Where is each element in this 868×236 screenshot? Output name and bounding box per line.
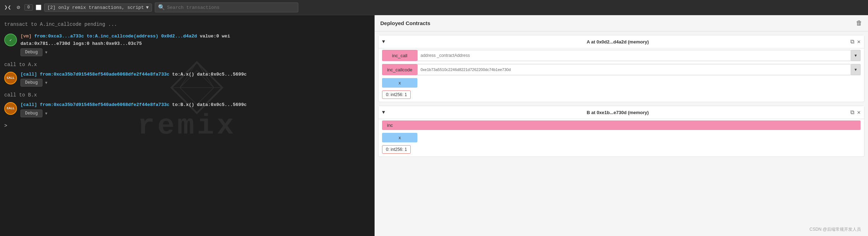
fn-result-a: 0: int256: 1: [379, 89, 864, 102]
contracts-title: Deployed Contracts: [380, 20, 430, 26]
x-button-a[interactable]: x: [382, 78, 417, 88]
tx-tag-call-1: [call]: [20, 72, 37, 77]
debug-button-2[interactable]: Debug: [20, 79, 42, 87]
toolbar: ❯❮ ⊘ 0 [2] only remix transactions, scri…: [0, 0, 868, 15]
fn-row-x-a: x: [379, 77, 864, 89]
tx-to-label: to:A.inc_callcode(address) 0x0d2...d4a2d: [87, 34, 197, 39]
contract-a-name: A at 0x0d2...d4a2d (memory): [388, 39, 848, 45]
inc-callcode-button[interactable]: inc_callcode: [382, 64, 417, 75]
search-bar: 🔍: [155, 2, 298, 12]
tx-value: value:0 wei: [200, 34, 230, 39]
inc-callcode-input[interactable]: [417, 64, 851, 75]
select-all-checkbox[interactable]: [36, 5, 41, 10]
fn-row-x-b: x: [379, 131, 864, 144]
tx-body-1: [vm] from:0xca3...a733c to:A.inc_callcod…: [20, 33, 370, 56]
tx-body-2: [call] from:0xca35b7d915458ef540ade6068d…: [20, 71, 370, 87]
contracts-panel: Deployed Contracts 🗑 ▼ A at 0x0d2...d4a2…: [375, 15, 868, 236]
search-icon: 🔍: [158, 4, 165, 11]
tx-content: transact to A.inc_callcode pending ... ✓…: [0, 15, 374, 134]
tx-tag-vm: [vm]: [20, 34, 31, 39]
prompt-line[interactable]: >: [4, 120, 370, 131]
trash-icon[interactable]: 🗑: [856, 19, 862, 27]
copy-icon-b[interactable]: ⧉: [850, 109, 854, 116]
tx-line-2: [call] from:0xca35b7d915458ef540ade6068d…: [20, 71, 370, 78]
tx-tag-call-2: [call]: [20, 102, 37, 107]
tx-data-2: data:0x0c5...5699c: [197, 72, 246, 77]
inc-call-dropdown-arrow[interactable]: ▾: [851, 50, 861, 61]
contract-b-block: ▼ B at 0xe1b...e730d (memory) ⧉ ✕ inc x …: [378, 106, 864, 157]
tx-body-3: [call] from:0xca35b7d915458ef540ade6068d…: [20, 101, 370, 117]
inc-call-button[interactable]: inc_call: [382, 50, 417, 61]
filter-dropdown[interactable]: [2] only remix transactions, script ▼: [44, 4, 152, 12]
chevron-down-icon-2[interactable]: ▾: [45, 79, 48, 86]
table-row: ✓ [vm] from:0xca3...a733c to:A.inc_callc…: [4, 30, 370, 59]
tx-success-icon: ✓: [4, 34, 17, 46]
cancel-icon[interactable]: ⊘: [15, 2, 22, 12]
fn-result-box-a: 0: int256: 1: [382, 90, 411, 99]
fn-row-inc-callcode: inc_callcode ▾: [379, 63, 864, 77]
chevron-down-icon[interactable]: ▾: [45, 49, 48, 56]
table-row: CALL [call] from:0xca35b7d915458ef540ade…: [4, 68, 370, 90]
filter-label: [2] only remix transactions, script: [47, 5, 144, 10]
tx-data: data:0x781...e730d logs:0 hash:0xe93...0…: [20, 41, 142, 46]
tx-actions-3: Debug ▾: [20, 110, 370, 117]
contract-b-header: ▼ B at 0xe1b...e730d (memory) ⧉ ✕: [379, 106, 864, 119]
copy-icon-a[interactable]: ⧉: [850, 39, 854, 45]
main-layout: remix transact to A.inc_callcode pending…: [0, 15, 868, 236]
pending-text: transact to A.inc_callcode pending ...: [4, 18, 370, 30]
expand-icon[interactable]: ❯❮: [3, 2, 12, 12]
inc-callcode-dropdown-arrow[interactable]: ▾: [851, 64, 861, 75]
transaction-panel: remix transact to A.inc_callcode pending…: [0, 15, 375, 236]
tx-line-1b: data:0x781...e730d logs:0 hash:0xe93...0…: [20, 40, 370, 48]
fn-row-inc: inc: [379, 119, 864, 131]
tx-to-2: to:A.x(): [172, 72, 197, 77]
tx-to: to:A.inc_callcode(address) 0x0d2...d4a2d: [87, 34, 197, 39]
fn-result-box-b: 0: int256: 1: [382, 145, 411, 154]
contract-a-block: ▼ A at 0x0d2...d4a2d (memory) ⧉ ✕ inc_ca…: [378, 35, 864, 102]
tx-from: from:0xca3...a733c: [34, 34, 84, 39]
contracts-header: Deployed Contracts 🗑: [375, 15, 868, 31]
contract-b-name: B at 0xe1b...e730d (memory): [388, 110, 848, 115]
call-label-2: call to B.x: [4, 89, 370, 99]
tx-from-label: from:0xca3...a733c: [34, 34, 84, 39]
contract-a-header: ▼ A at 0x0d2...d4a2d (memory) ⧉ ✕: [379, 35, 864, 48]
tx-from-2: from:0xca35b7d915458ef540ade6068dfe2f44e…: [40, 72, 172, 77]
close-icon-b[interactable]: ✕: [857, 109, 861, 116]
tx-to-3: to:B.x(): [172, 102, 197, 107]
close-icon-a[interactable]: ✕: [857, 38, 861, 45]
tx-line-1: [vm] from:0xca3...a733c to:A.inc_callcod…: [20, 33, 370, 40]
call-label-1: call to A.x: [4, 59, 370, 68]
tx-call-icon-2: CALL: [4, 102, 17, 115]
table-row: CALL [call] from:0xca35b7d915458ef540ade…: [4, 99, 370, 120]
inc-call-input[interactable]: [417, 50, 851, 61]
fn-row-inc-call: inc_call ▾: [379, 48, 864, 63]
tx-data-3: data:0x0c5...5699c: [197, 102, 246, 107]
dropdown-arrow-icon: ▼: [146, 5, 149, 10]
contract-b-arrow[interactable]: ▼: [382, 110, 385, 115]
tx-line-3: [call] from:0xca35b7d915458ef540ade6068d…: [20, 101, 370, 109]
tx-call-icon-1: CALL: [4, 72, 17, 84]
tx-actions-2: Debug ▾: [20, 79, 370, 87]
x-button-b[interactable]: x: [382, 133, 417, 142]
badge-count: 0: [24, 4, 33, 11]
inc-button[interactable]: inc: [382, 120, 861, 130]
tx-actions-1: Debug ▾: [20, 48, 370, 56]
debug-button-3[interactable]: Debug: [20, 110, 42, 117]
debug-button-1[interactable]: Debug: [20, 48, 42, 56]
contract-a-arrow[interactable]: ▼: [382, 39, 385, 45]
chevron-down-icon-3[interactable]: ▾: [45, 110, 48, 117]
search-input[interactable]: [167, 5, 295, 10]
tx-from-3: from:0xca35b7d915458ef540ade6068dfe2f44e…: [40, 102, 172, 107]
fn-result-b: 0: int256: 1: [379, 144, 864, 157]
